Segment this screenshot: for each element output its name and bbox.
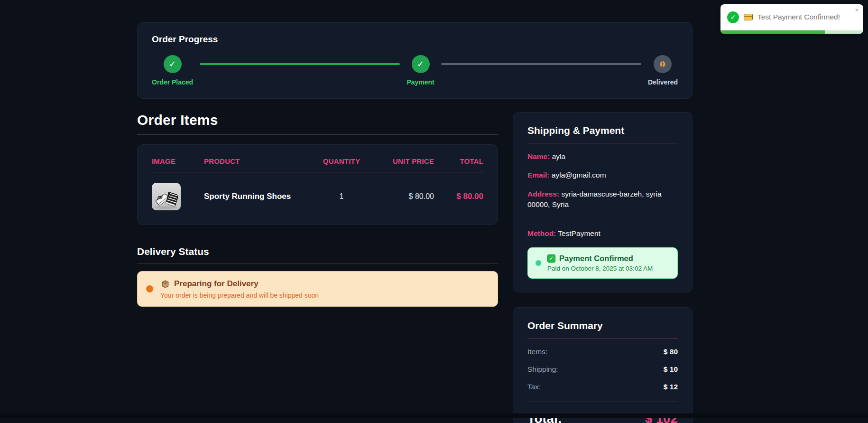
toast-progress-fill bbox=[720, 30, 825, 34]
progress-connector-pending bbox=[441, 63, 641, 65]
product-quantity: 1 bbox=[313, 192, 370, 201]
progress-steps: ✓ Order Placed ✓ Payment bbox=[152, 55, 678, 86]
page-bottom-strip bbox=[0, 414, 868, 418]
field-method: Method: TestPayment bbox=[527, 229, 678, 238]
column-header-image: IMAGE bbox=[152, 157, 204, 165]
right-column: Shipping & Payment Name: ayla Email: ayl… bbox=[513, 112, 693, 423]
shipping-payment-title: Shipping & Payment bbox=[527, 125, 678, 143]
field-value-email: ayla@gmail.com bbox=[552, 171, 606, 179]
column-header-total: TOTAL bbox=[434, 157, 483, 165]
order-items-title: Order Items bbox=[137, 112, 498, 135]
divider bbox=[527, 220, 678, 220]
order-progress-card: Order Progress ✓ Order Placed ✓ Payment bbox=[137, 22, 693, 99]
field-value-name: ayla bbox=[552, 152, 565, 160]
delivery-status-banner: Preparing for Delivery Your order is bei… bbox=[137, 271, 498, 307]
check-circle-icon: ✓ bbox=[164, 55, 182, 73]
order-progress-title: Order Progress bbox=[152, 34, 678, 45]
step-payment: ✓ Payment bbox=[406, 55, 434, 86]
check-circle-icon: ✓ bbox=[412, 55, 430, 73]
divider bbox=[527, 402, 678, 402]
step-order-placed: ✓ Order Placed bbox=[152, 55, 193, 86]
order-summary-title: Order Summary bbox=[527, 320, 678, 338]
toast-body: ✓ Test Payment Confirmed! bbox=[720, 4, 863, 30]
product-unit-price: $ 80.00 bbox=[370, 192, 434, 201]
payment-confirmed-title-row: ✓ Payment Confirmed bbox=[547, 254, 653, 263]
step-label-payment: Payment bbox=[406, 78, 434, 86]
delivery-banner-title: Preparing for Delivery bbox=[174, 279, 259, 289]
summary-value-tax: $ 12 bbox=[664, 383, 678, 391]
delivery-banner-text: Preparing for Delivery Your order is bei… bbox=[160, 279, 319, 299]
summary-label-tax: Tax: bbox=[527, 383, 541, 391]
package-icon bbox=[654, 55, 672, 73]
payment-confirmed-text: ✓ Payment Confirmed Paid on October 8, 2… bbox=[547, 254, 653, 272]
payment-confirmed-subtitle: Paid on October 8, 2025 at 03:02 AM bbox=[547, 265, 653, 272]
field-address: Address: syria-damascuse-barzeh, syria 0… bbox=[527, 189, 678, 210]
step-label-delivered: Delivered bbox=[648, 78, 678, 86]
delivery-status-title: Delivery Status bbox=[137, 246, 498, 263]
check-glyph: ✓ bbox=[417, 60, 424, 68]
product-name: Sporty Running Shoes bbox=[204, 192, 313, 201]
summary-value-items: $ 80 bbox=[664, 348, 678, 356]
summary-row-shipping: Shipping: $ 10 bbox=[527, 365, 678, 374]
field-name: Name: ayla bbox=[527, 151, 678, 162]
check-square-icon: ✓ bbox=[547, 254, 555, 263]
summary-row-tax: Tax: $ 12 bbox=[527, 383, 678, 391]
shipping-payment-card: Shipping & Payment Name: ayla Email: ayl… bbox=[513, 112, 693, 292]
order-page: Order Progress ✓ Order Placed ✓ Payment bbox=[0, 0, 868, 418]
step-label-order-placed: Order Placed bbox=[152, 78, 193, 86]
summary-row-items: Items: $ 80 bbox=[527, 348, 678, 356]
items-table-header: IMAGE PRODUCT QUANTITY UNIT PRICE TOTAL bbox=[152, 157, 483, 172]
main-container: Order Progress ✓ Order Placed ✓ Payment bbox=[137, 0, 693, 423]
toast-notification[interactable]: × ✓ Test Payment Confirmed! bbox=[720, 4, 863, 34]
order-summary-card: Order Summary Items: $ 80 Shipping: $ 10… bbox=[513, 307, 693, 423]
delivery-banner-subtitle: Your order is being prepared and will be… bbox=[160, 291, 319, 299]
credit-card-icon bbox=[744, 14, 753, 20]
orange-dot-icon bbox=[146, 285, 153, 292]
column-header-product: PRODUCT bbox=[204, 157, 313, 165]
green-dot-icon bbox=[536, 260, 541, 266]
close-icon[interactable]: × bbox=[855, 6, 859, 13]
product-image-cell bbox=[152, 183, 204, 210]
column-header-unit-price: UNIT PRICE bbox=[370, 157, 434, 165]
left-column: Order Items IMAGE PRODUCT QUANTITY UNIT … bbox=[137, 112, 498, 423]
sneakers-photo bbox=[152, 183, 181, 210]
payment-confirmed-box: ✓ Payment Confirmed Paid on October 8, 2… bbox=[527, 247, 678, 279]
field-value-method: TestPayment bbox=[558, 229, 600, 237]
toast-progress-track bbox=[720, 30, 863, 34]
summary-label-shipping: Shipping: bbox=[527, 365, 558, 374]
field-label-method: Method: bbox=[527, 229, 556, 237]
summary-label-items: Items: bbox=[527, 348, 547, 356]
check-glyph: ✓ bbox=[169, 60, 176, 68]
order-items-card: IMAGE PRODUCT QUANTITY UNIT PRICE TOTAL bbox=[137, 144, 498, 225]
toast-message: Test Payment Confirmed! bbox=[757, 13, 840, 21]
payment-confirmed-title: Payment Confirmed bbox=[559, 254, 633, 263]
package-icon bbox=[658, 59, 667, 69]
field-label-name: Name: bbox=[527, 152, 550, 160]
summary-value-shipping: $ 10 bbox=[664, 365, 678, 374]
delivery-banner-title-row: Preparing for Delivery bbox=[160, 279, 319, 289]
step-delivered: Delivered bbox=[648, 55, 678, 86]
content-columns: Order Items IMAGE PRODUCT QUANTITY UNIT … bbox=[137, 112, 693, 423]
product-image bbox=[152, 183, 181, 210]
package-icon bbox=[160, 279, 170, 289]
progress-connector-done bbox=[200, 63, 400, 65]
product-total: $ 80.00 bbox=[434, 192, 483, 201]
check-circle-icon: ✓ bbox=[727, 11, 739, 23]
field-label-email: Email: bbox=[527, 171, 550, 179]
field-label-address: Address: bbox=[527, 190, 559, 198]
column-header-quantity: QUANTITY bbox=[313, 157, 370, 165]
field-email: Email: ayla@gmail.com bbox=[527, 170, 678, 180]
table-row: Sporty Running Shoes 1 $ 80.00 $ 80.00 bbox=[152, 172, 483, 210]
